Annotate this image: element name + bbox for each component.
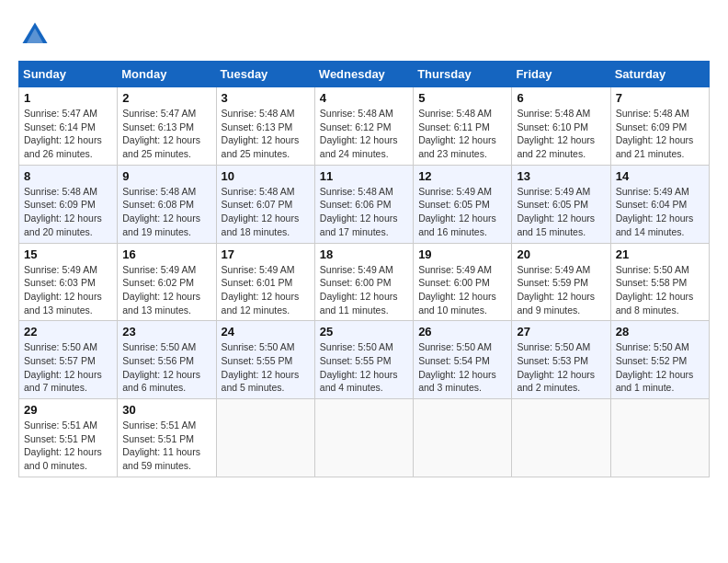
day-number: 8 xyxy=(24,169,112,183)
day-info: Sunrise: 5:48 AM Sunset: 6:06 PM Dayligh… xyxy=(320,185,408,239)
calendar-cell: 29Sunrise: 5:51 AM Sunset: 5:51 PM Dayli… xyxy=(19,399,118,477)
week-row: 22Sunrise: 5:50 AM Sunset: 5:57 PM Dayli… xyxy=(19,321,710,399)
calendar-cell: 7Sunrise: 5:48 AM Sunset: 6:09 PM Daylig… xyxy=(610,87,709,166)
day-info: Sunrise: 5:48 AM Sunset: 6:07 PM Dayligh… xyxy=(222,185,310,239)
week-row: 8Sunrise: 5:48 AM Sunset: 6:09 PM Daylig… xyxy=(19,165,710,243)
day-info: Sunrise: 5:48 AM Sunset: 6:09 PM Dayligh… xyxy=(24,185,112,239)
day-number: 2 xyxy=(122,91,210,105)
day-number: 12 xyxy=(418,169,506,183)
calendar-table: SundayMondayTuesdayWednesdayThursdayFrid… xyxy=(18,61,710,477)
calendar-cell: 17Sunrise: 5:49 AM Sunset: 6:01 PM Dayli… xyxy=(216,243,314,321)
calendar-cell xyxy=(610,399,709,477)
day-number: 19 xyxy=(418,247,506,261)
col-header-sunday: Sunday xyxy=(19,62,118,87)
calendar-cell: 13Sunrise: 5:49 AM Sunset: 6:05 PM Dayli… xyxy=(512,165,610,243)
col-header-wednesday: Wednesday xyxy=(314,62,413,87)
day-number: 9 xyxy=(122,169,210,183)
day-number: 5 xyxy=(418,91,506,105)
day-number: 26 xyxy=(418,325,506,339)
day-info: Sunrise: 5:49 AM Sunset: 6:01 PM Dayligh… xyxy=(222,263,310,317)
day-info: Sunrise: 5:49 AM Sunset: 6:00 PM Dayligh… xyxy=(418,263,506,317)
calendar-cell: 26Sunrise: 5:50 AM Sunset: 5:54 PM Dayli… xyxy=(414,321,512,399)
calendar-cell: 30Sunrise: 5:51 AM Sunset: 5:51 PM Dayli… xyxy=(118,399,216,477)
day-number: 1 xyxy=(24,91,112,105)
calendar-cell: 24Sunrise: 5:50 AM Sunset: 5:55 PM Dayli… xyxy=(216,321,314,399)
logo-icon xyxy=(18,18,51,52)
day-number: 20 xyxy=(517,247,605,261)
day-info: Sunrise: 5:50 AM Sunset: 5:57 PM Dayligh… xyxy=(24,340,112,395)
calendar-cell: 27Sunrise: 5:50 AM Sunset: 5:53 PM Dayli… xyxy=(512,321,610,399)
calendar-cell: 20Sunrise: 5:49 AM Sunset: 5:59 PM Dayli… xyxy=(512,243,610,321)
day-number: 28 xyxy=(616,325,704,339)
day-number: 27 xyxy=(517,325,605,339)
week-row: 15Sunrise: 5:49 AM Sunset: 6:03 PM Dayli… xyxy=(19,243,710,321)
calendar-cell: 15Sunrise: 5:49 AM Sunset: 6:03 PM Dayli… xyxy=(19,243,118,321)
day-info: Sunrise: 5:50 AM Sunset: 5:54 PM Dayligh… xyxy=(418,340,506,395)
day-number: 6 xyxy=(517,91,605,105)
calendar-cell xyxy=(512,399,610,477)
calendar-cell: 16Sunrise: 5:49 AM Sunset: 6:02 PM Dayli… xyxy=(118,243,216,321)
day-info: Sunrise: 5:47 AM Sunset: 6:14 PM Dayligh… xyxy=(24,107,112,161)
day-number: 16 xyxy=(122,247,210,261)
calendar-cell: 21Sunrise: 5:50 AM Sunset: 5:58 PM Dayli… xyxy=(610,243,709,321)
day-number: 7 xyxy=(616,91,704,105)
calendar-cell xyxy=(414,399,512,477)
calendar-cell: 22Sunrise: 5:50 AM Sunset: 5:57 PM Dayli… xyxy=(19,321,118,399)
page-header xyxy=(18,18,710,52)
day-number: 18 xyxy=(320,247,408,261)
calendar-cell: 11Sunrise: 5:48 AM Sunset: 6:06 PM Dayli… xyxy=(314,165,413,243)
day-info: Sunrise: 5:49 AM Sunset: 5:59 PM Dayligh… xyxy=(517,263,605,317)
calendar-cell: 14Sunrise: 5:49 AM Sunset: 6:04 PM Dayli… xyxy=(610,165,709,243)
day-number: 21 xyxy=(616,247,704,261)
calendar-cell: 18Sunrise: 5:49 AM Sunset: 6:00 PM Dayli… xyxy=(314,243,413,321)
day-info: Sunrise: 5:49 AM Sunset: 6:04 PM Dayligh… xyxy=(616,185,704,239)
day-info: Sunrise: 5:50 AM Sunset: 5:53 PM Dayligh… xyxy=(517,340,605,395)
calendar-cell: 4Sunrise: 5:48 AM Sunset: 6:12 PM Daylig… xyxy=(314,87,413,166)
week-row: 1Sunrise: 5:47 AM Sunset: 6:14 PM Daylig… xyxy=(19,87,710,166)
day-info: Sunrise: 5:50 AM Sunset: 5:52 PM Dayligh… xyxy=(616,340,704,395)
day-info: Sunrise: 5:48 AM Sunset: 6:12 PM Dayligh… xyxy=(320,107,408,161)
day-number: 11 xyxy=(320,169,408,183)
calendar-cell: 23Sunrise: 5:50 AM Sunset: 5:56 PM Dayli… xyxy=(118,321,216,399)
day-info: Sunrise: 5:49 AM Sunset: 6:03 PM Dayligh… xyxy=(24,263,112,317)
day-info: Sunrise: 5:48 AM Sunset: 6:13 PM Dayligh… xyxy=(222,107,310,161)
day-number: 29 xyxy=(24,403,112,417)
calendar-cell: 10Sunrise: 5:48 AM Sunset: 6:07 PM Dayli… xyxy=(216,165,314,243)
day-info: Sunrise: 5:50 AM Sunset: 5:56 PM Dayligh… xyxy=(122,340,210,395)
day-number: 3 xyxy=(222,91,310,105)
calendar-cell: 9Sunrise: 5:48 AM Sunset: 6:08 PM Daylig… xyxy=(118,165,216,243)
day-info: Sunrise: 5:48 AM Sunset: 6:08 PM Dayligh… xyxy=(122,185,210,239)
day-info: Sunrise: 5:50 AM Sunset: 5:55 PM Dayligh… xyxy=(222,340,310,395)
day-info: Sunrise: 5:48 AM Sunset: 6:10 PM Dayligh… xyxy=(517,107,605,161)
day-number: 15 xyxy=(24,247,112,261)
day-info: Sunrise: 5:48 AM Sunset: 6:09 PM Dayligh… xyxy=(616,107,704,161)
day-number: 4 xyxy=(320,91,408,105)
day-info: Sunrise: 5:49 AM Sunset: 6:05 PM Dayligh… xyxy=(418,185,506,239)
calendar-cell: 19Sunrise: 5:49 AM Sunset: 6:00 PM Dayli… xyxy=(414,243,512,321)
day-number: 17 xyxy=(222,247,310,261)
day-info: Sunrise: 5:48 AM Sunset: 6:11 PM Dayligh… xyxy=(418,107,506,161)
day-info: Sunrise: 5:50 AM Sunset: 5:55 PM Dayligh… xyxy=(320,340,408,395)
day-number: 23 xyxy=(122,325,210,339)
col-header-friday: Friday xyxy=(512,62,610,87)
calendar-cell: 28Sunrise: 5:50 AM Sunset: 5:52 PM Dayli… xyxy=(610,321,709,399)
day-number: 10 xyxy=(222,169,310,183)
day-number: 13 xyxy=(517,169,605,183)
calendar-cell: 6Sunrise: 5:48 AM Sunset: 6:10 PM Daylig… xyxy=(512,87,610,166)
day-info: Sunrise: 5:49 AM Sunset: 6:02 PM Dayligh… xyxy=(122,263,210,317)
day-number: 25 xyxy=(320,325,408,339)
calendar-cell: 25Sunrise: 5:50 AM Sunset: 5:55 PM Dayli… xyxy=(314,321,413,399)
calendar-cell: 1Sunrise: 5:47 AM Sunset: 6:14 PM Daylig… xyxy=(19,87,118,166)
day-info: Sunrise: 5:49 AM Sunset: 6:05 PM Dayligh… xyxy=(517,185,605,239)
day-info: Sunrise: 5:51 AM Sunset: 5:51 PM Dayligh… xyxy=(122,419,210,473)
calendar-cell: 5Sunrise: 5:48 AM Sunset: 6:11 PM Daylig… xyxy=(414,87,512,166)
calendar-cell xyxy=(314,399,413,477)
calendar-cell: 2Sunrise: 5:47 AM Sunset: 6:13 PM Daylig… xyxy=(118,87,216,166)
calendar-cell: 12Sunrise: 5:49 AM Sunset: 6:05 PM Dayli… xyxy=(414,165,512,243)
calendar-cell xyxy=(216,399,314,477)
col-header-saturday: Saturday xyxy=(610,62,709,87)
col-header-tuesday: Tuesday xyxy=(216,62,314,87)
day-info: Sunrise: 5:49 AM Sunset: 6:00 PM Dayligh… xyxy=(320,263,408,317)
day-number: 14 xyxy=(616,169,704,183)
day-number: 30 xyxy=(122,403,210,417)
